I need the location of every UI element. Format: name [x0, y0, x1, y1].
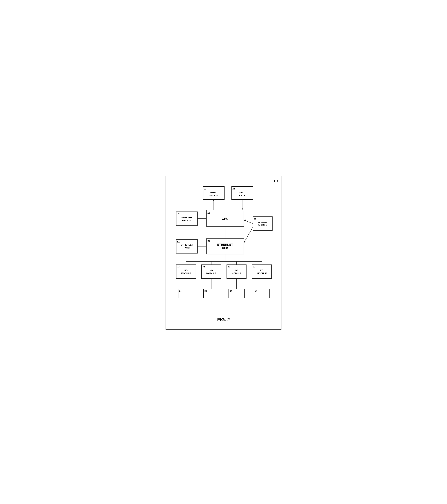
storage-medium-ref: 26 — [177, 213, 179, 215]
visual-display-label: VISUAL — [210, 191, 218, 194]
input-keys-label: INPUT — [239, 191, 246, 194]
arrow-ps-to-eth — [244, 241, 246, 243]
svg-text:MODULE: MODULE — [181, 272, 191, 275]
io-module-4-label: I/O — [260, 269, 263, 272]
terminal-3-ref: 34 — [230, 290, 232, 292]
ethernet-hub-block — [206, 239, 244, 254]
ethernet-hub-ref: 30 — [208, 240, 210, 242]
ethernet-port-label: ETHERNET — [181, 244, 193, 246]
svg-text:MODULE: MODULE — [232, 272, 242, 275]
svg-text:MODULE: MODULE — [206, 272, 216, 275]
terminal-2-ref: 34 — [204, 290, 207, 292]
power-supply-ref: 28 — [254, 217, 256, 220]
power-supply-label: POWER — [258, 221, 267, 224]
svg-text:PORT: PORT — [184, 247, 190, 249]
terminal-4-ref: 34 — [255, 290, 257, 292]
io-module-1-label: I/O — [184, 269, 188, 272]
visual-display-ref: 22 — [204, 188, 206, 190]
diagram-outer: 10 22 VISUAL DISPLAY 24 INPUT KEYS 20 CP… — [166, 176, 281, 330]
arrow-ik-to-cpu — [242, 208, 243, 210]
arrow-ps-to-cpu — [244, 220, 246, 221]
storage-medium-label: STORAGE — [181, 216, 192, 219]
cpu-label: CPU — [222, 217, 229, 221]
page-wrapper: 10 22 VISUAL DISPLAY 24 INPUT KEYS 20 CP… — [162, 171, 285, 333]
io-module-3-label: I/O — [235, 269, 238, 272]
io-module-1-ref: 32 — [177, 266, 179, 268]
cpu-ref: 20 — [208, 211, 210, 214]
svg-text:KEYS: KEYS — [239, 194, 246, 197]
io-module-3-ref: 32 — [228, 266, 230, 268]
arrow-cpu-to-vd — [213, 199, 214, 201]
terminal-1-ref: 34 — [179, 290, 182, 292]
io-module-2-ref: 32 — [202, 266, 205, 268]
svg-text:HUB: HUB — [222, 247, 228, 250]
diagram-svg: 22 VISUAL DISPLAY 24 INPUT KEYS 20 CPU 2… — [171, 181, 276, 312]
svg-text:DISPLAY: DISPLAY — [209, 194, 219, 197]
io-module-2-label: I/O — [210, 269, 213, 272]
svg-line-14 — [244, 227, 253, 243]
svg-text:MEDIUM: MEDIUM — [182, 219, 192, 222]
ethernet-hub-label: ETHERNET — [217, 243, 233, 246]
svg-text:SUPPLY: SUPPLY — [258, 224, 267, 227]
io-module-4-ref: 32 — [253, 266, 255, 268]
svg-text:MODULE: MODULE — [257, 272, 267, 275]
fig-caption: FIG. 2 — [171, 317, 276, 323]
corner-ref: 10 — [273, 179, 278, 183]
ethernet-port-ref: 52 — [177, 240, 179, 243]
input-keys-ref: 24 — [232, 188, 235, 190]
